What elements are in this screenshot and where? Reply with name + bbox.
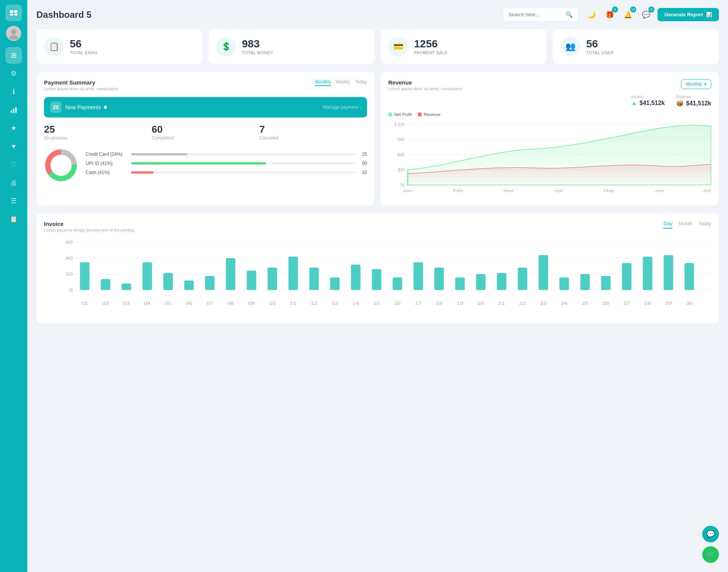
expense-item: Expense 📦 $41,512k	[676, 95, 711, 107]
stat-email-value: 56	[70, 38, 99, 50]
metric-on-process: 25 On process	[44, 124, 152, 141]
svg-rect-6	[11, 110, 12, 113]
sidebar-logo[interactable]	[5, 5, 22, 21]
sidebar-item-settings[interactable]: ⚙	[5, 65, 22, 82]
svg-rect-41	[143, 262, 152, 290]
np-dot	[104, 106, 107, 109]
legend-revenue: Revenue	[418, 112, 441, 117]
stat-money-label: TOTAL MONEY	[242, 50, 273, 55]
stat-user-value: 56	[586, 38, 614, 50]
svg-text:120: 120	[394, 122, 405, 127]
gift-button[interactable]: 🎁 2	[603, 8, 617, 22]
svg-rect-46	[247, 271, 256, 290]
svg-rect-55	[435, 268, 444, 290]
income-icon: ▲	[631, 100, 637, 107]
bar-chart-icon: 📊	[706, 12, 712, 17]
invoice-tab-today[interactable]: Today	[698, 221, 711, 229]
pm-cash-bar-fill	[131, 171, 154, 174]
sidebar-item-likes[interactable]: ♥	[5, 138, 22, 155]
sidebar-item-dashboard[interactable]: ⊞	[5, 47, 22, 64]
svg-rect-7	[13, 109, 14, 113]
float-buttons: 💬 🛒	[702, 526, 719, 563]
payment-summary-info: Payment Summary Lorem ipsum dolor sit am…	[44, 79, 118, 91]
monthly-label: Monthly	[686, 81, 702, 87]
invoice-tab-month[interactable]: Month	[678, 221, 692, 229]
svg-rect-50	[330, 277, 340, 290]
completed-label: Completed	[152, 135, 259, 141]
svg-rect-45	[226, 258, 235, 290]
legend-net-profit: Net Profit	[388, 112, 412, 117]
svg-rect-42	[163, 273, 173, 290]
canceled-value: 7	[259, 124, 367, 135]
stat-payment-label: PAYMENT SALE	[414, 50, 448, 55]
generate-report-button[interactable]: Generate Report 📊	[657, 8, 719, 21]
email-icon: 📋	[44, 37, 64, 56]
payment-summary-subtitle: Lorem ipsum dolor sit amet, consectetur	[44, 86, 118, 91]
np-label-text: New Payments	[65, 104, 101, 110]
sidebar-item-menu[interactable]: ☰	[5, 193, 22, 209]
svg-text:Jan: Jan	[403, 189, 413, 193]
svg-rect-54	[414, 262, 423, 290]
stat-card-email: 📋 56 TOTAL EMAIL	[36, 29, 202, 64]
svg-text:12: 12	[311, 301, 317, 306]
header: Dashboard 5 🔍 🌙 🎁 2 🔔 12 💬 5 Generate Re…	[36, 8, 719, 22]
svg-text:20: 20	[66, 272, 73, 276]
dark-mode-toggle[interactable]: 🌙	[585, 8, 598, 22]
sidebar-item-print[interactable]: 🖨	[5, 174, 22, 191]
sidebar-item-likes2[interactable]: ♡	[5, 156, 22, 173]
svg-text:08: 08	[228, 301, 234, 306]
manage-payment-link[interactable]: Manage payment ›	[323, 105, 361, 110]
chat-button[interactable]: 💬 5	[639, 8, 653, 22]
completed-value: 60	[152, 124, 259, 135]
revenue-info: Revenue Lorem ipsum dolor sit amet, cons…	[388, 79, 463, 91]
stat-payment-info: 1256 PAYMENT SALE	[414, 38, 448, 55]
revenue-card: Revenue Lorem ipsum dolor sit amet, cons…	[381, 72, 719, 205]
sidebar-item-analytics[interactable]	[5, 102, 22, 118]
income-value: ▲ $41,512k	[631, 100, 665, 107]
svg-rect-61	[559, 277, 569, 290]
sidebar-item-notes[interactable]: 📋	[5, 211, 22, 227]
user-avatar[interactable]	[6, 26, 21, 41]
svg-text:17: 17	[415, 301, 421, 306]
notification-button[interactable]: 🔔 12	[621, 8, 635, 22]
cart-float-button[interactable]: 🛒	[702, 546, 719, 563]
expense-value: 📦 $41,512k	[676, 100, 711, 107]
svg-rect-53	[393, 277, 402, 290]
user-icon: 👥	[560, 37, 580, 56]
svg-text:27: 27	[623, 301, 630, 306]
tab-today[interactable]: Today	[355, 79, 367, 86]
invoice-subtitle: Lorem ipsum is simply dummy text of the …	[44, 228, 134, 232]
svg-text:04: 04	[144, 301, 151, 306]
svg-rect-1	[14, 10, 17, 13]
svg-text:May: May	[604, 189, 615, 193]
svg-text:Apr: Apr	[554, 189, 563, 193]
stat-payment-value: 1256	[414, 38, 448, 50]
svg-rect-47	[268, 268, 277, 290]
payment-summary-card: Payment Summary Lorem ipsum dolor sit am…	[36, 72, 375, 205]
search-input[interactable]	[508, 12, 562, 17]
svg-rect-0	[10, 10, 13, 13]
tab-weekly[interactable]: Weekly	[336, 79, 350, 86]
chevron-down-icon: ▾	[704, 81, 706, 87]
invoice-card: Invoice Lorem ipsum is simply dummy text…	[36, 213, 719, 323]
bell-badge: 12	[630, 6, 636, 13]
new-payments-label: New Payments	[65, 104, 323, 110]
svg-text:15: 15	[373, 301, 380, 306]
stat-email-label: TOTAL EMAIL	[70, 50, 99, 55]
svg-rect-58	[497, 273, 506, 290]
svg-rect-57	[476, 274, 485, 290]
sidebar-item-favorites[interactable]: ★	[5, 120, 22, 136]
metric-completed: 60 Completed	[152, 124, 259, 141]
invoice-tab-day[interactable]: Day	[664, 221, 672, 229]
svg-text:July: July	[703, 189, 711, 193]
income-amount: $41,512k	[640, 100, 665, 107]
sidebar-item-info[interactable]: ℹ	[5, 83, 22, 100]
svg-text:30: 30	[686, 301, 692, 306]
expense-label: Expense	[676, 95, 711, 99]
svg-rect-40	[122, 284, 131, 290]
revenue-monthly-select[interactable]: Monthly ▾	[681, 79, 711, 89]
chat-float-button[interactable]: 💬	[702, 526, 719, 542]
tab-monthly[interactable]: Monthly	[315, 79, 331, 86]
search-icon[interactable]: 🔍	[565, 11, 573, 18]
stat-card-payment: 💳 1256 PAYMENT SALE	[381, 29, 547, 64]
